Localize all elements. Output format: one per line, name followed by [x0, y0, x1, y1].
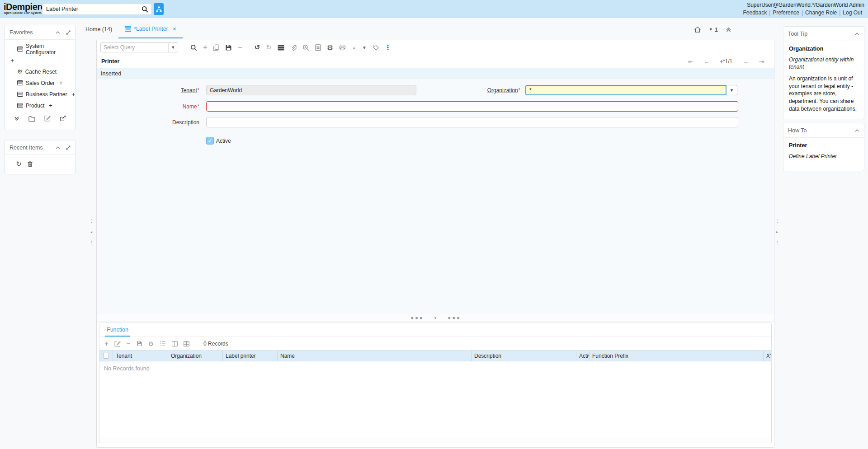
- requery-icon[interactable]: ↻: [266, 43, 272, 51]
- first-record-icon[interactable]: ⇤: [688, 58, 693, 65]
- sidebar-item-system-configurator[interactable]: System Configurator: [5, 43, 75, 55]
- window-count-dropdown[interactable]: ▼ 1: [709, 26, 718, 33]
- sidebar-item-sales-order[interactable]: Sales Order +: [5, 77, 75, 89]
- report-icon[interactable]: [315, 44, 321, 51]
- name-field[interactable]: [206, 101, 738, 112]
- select-query-input[interactable]: [101, 43, 168, 52]
- active-checkbox[interactable]: ✓: [206, 137, 214, 145]
- window-icon: [17, 47, 23, 51]
- search-input[interactable]: [42, 4, 138, 14]
- recent-items-title: Recent Items: [9, 145, 43, 151]
- organization-dropdown-button[interactable]: ▼: [726, 85, 737, 95]
- tab-function[interactable]: Function: [105, 323, 130, 337]
- collapse-panel-icon[interactable]: [855, 33, 859, 35]
- search-icon[interactable]: [190, 44, 197, 51]
- grid-icon[interactable]: [184, 341, 189, 346]
- collapse-panel-icon[interactable]: [56, 31, 60, 34]
- collapse-panel-icon[interactable]: [56, 146, 60, 149]
- tab-label-printer[interactable]: *Label Printer ×: [118, 20, 183, 38]
- collapse-tree-icon[interactable]: [14, 116, 19, 121]
- process-icon[interactable]: ⚙: [327, 43, 333, 52]
- share-icon[interactable]: [60, 115, 66, 122]
- search-button[interactable]: [138, 4, 151, 14]
- more-icon[interactable]: ⋮: [385, 44, 391, 51]
- select-all-checkbox[interactable]: [103, 353, 109, 359]
- preference-link[interactable]: Preference: [773, 9, 799, 16]
- home-icon[interactable]: [694, 26, 701, 33]
- tab-home[interactable]: Home (14): [79, 20, 118, 38]
- logout-link[interactable]: Log Out: [843, 9, 862, 16]
- expand-panel-icon[interactable]: [66, 30, 71, 35]
- tooltip-heading: Organization: [789, 46, 859, 52]
- add-favorite-button[interactable]: +: [5, 55, 75, 66]
- next-record-icon[interactable]: →: [742, 58, 749, 65]
- new-record-icon[interactable]: +: [104, 340, 108, 347]
- delete-icon[interactable]: −: [238, 43, 242, 51]
- name-label: Name*: [97, 103, 199, 110]
- refresh-icon[interactable]: ↻: [16, 160, 22, 167]
- sidebar-item-business-partner[interactable]: Business Partner +: [5, 89, 75, 100]
- sidebar-item-product[interactable]: Product +: [5, 100, 75, 111]
- column-header-function-prefix[interactable]: Function Prefix: [590, 351, 764, 361]
- detail-record-icon[interactable]: ▼: [362, 45, 367, 50]
- column-header-description[interactable]: Description: [472, 351, 576, 361]
- last-record-icon[interactable]: ⇥: [759, 58, 764, 65]
- copy-icon[interactable]: [213, 44, 219, 51]
- collapse-all-icon[interactable]: [726, 27, 731, 33]
- process-icon[interactable]: ⚙: [148, 341, 154, 347]
- column-header-organization[interactable]: Organization: [168, 351, 223, 361]
- top-bar: iDempiere Open Source ERP System: [0, 0, 868, 18]
- new-record-icon[interactable]: +: [49, 102, 52, 109]
- sidebar-item-cache-reset[interactable]: ⚙ Cache Reset: [5, 66, 75, 77]
- save-icon[interactable]: [225, 44, 232, 51]
- tenant-field[interactable]: [206, 85, 416, 95]
- previous-record-icon[interactable]: ←: [703, 58, 710, 65]
- delete-icon[interactable]: −: [127, 340, 131, 347]
- process-gear-icon: ⚙: [17, 69, 23, 75]
- save-icon[interactable]: [137, 341, 142, 346]
- window-toolbar: ▼ + − ↺ ↻: [97, 40, 774, 55]
- favorites-panel: Favorites System Configurator: [5, 25, 75, 130]
- left-splitter[interactable]: ⋮ ◂ ⋮: [89, 220, 94, 244]
- parent-record-icon[interactable]: ▲: [352, 45, 356, 50]
- trash-icon[interactable]: [27, 161, 33, 167]
- column-icon[interactable]: [172, 341, 178, 346]
- feedback-link[interactable]: Feedback: [743, 9, 767, 16]
- collapse-left-icon[interactable]: ◂: [90, 230, 92, 234]
- print-icon[interactable]: [339, 44, 346, 51]
- edit-icon[interactable]: [114, 341, 121, 347]
- undo-icon[interactable]: ↺: [255, 43, 260, 51]
- close-icon[interactable]: ×: [173, 25, 176, 33]
- label-icon[interactable]: [373, 44, 379, 51]
- attachment-icon[interactable]: [290, 44, 297, 51]
- folder-icon[interactable]: [28, 116, 35, 122]
- collapse-detail-icon[interactable]: ▼: [434, 316, 437, 320]
- organization-field[interactable]: [525, 85, 726, 95]
- change-role-link[interactable]: Change Role: [805, 9, 837, 16]
- new-record-icon[interactable]: +: [71, 91, 75, 98]
- recent-items-panel: Recent Items ↻: [5, 140, 75, 174]
- column-header-active[interactable]: Active: [576, 351, 590, 361]
- collapse-panel-icon[interactable]: [855, 129, 859, 132]
- column-header-xy[interactable]: XY: [764, 351, 771, 361]
- column-header-label-printer[interactable]: Label printer: [223, 351, 278, 361]
- new-record-icon[interactable]: +: [203, 43, 207, 51]
- logo-subtitle: Open Source ERP System: [4, 11, 42, 14]
- new-record-icon[interactable]: +: [59, 80, 63, 86]
- caret-down-icon[interactable]: ▼: [168, 43, 178, 52]
- grid-toggle-icon[interactable]: [278, 45, 284, 51]
- tooltip-body: An organization is a unit of your tenant…: [789, 75, 859, 112]
- horizontal-splitter[interactable]: ■ ■ ■ ▼ ■ ■ ■: [97, 314, 774, 322]
- right-splitter[interactable]: ⋮ ▸ ⋮: [775, 220, 779, 244]
- collapse-right-icon[interactable]: ▸: [776, 230, 778, 234]
- edit-icon[interactable]: [44, 115, 51, 122]
- menu-lookup-button[interactable]: [154, 3, 164, 15]
- customize-icon[interactable]: [160, 341, 166, 346]
- tooltip-panel: Tool Tip Organization Organizational ent…: [783, 26, 864, 119]
- column-header-name[interactable]: Name: [278, 351, 472, 361]
- zoom-across-icon[interactable]: [302, 44, 309, 51]
- column-header-tenant[interactable]: Tenant: [113, 351, 168, 361]
- description-field[interactable]: [206, 117, 738, 127]
- expand-panel-icon[interactable]: [66, 145, 71, 150]
- howto-panel: How To Printer Define Label Printer: [783, 123, 864, 171]
